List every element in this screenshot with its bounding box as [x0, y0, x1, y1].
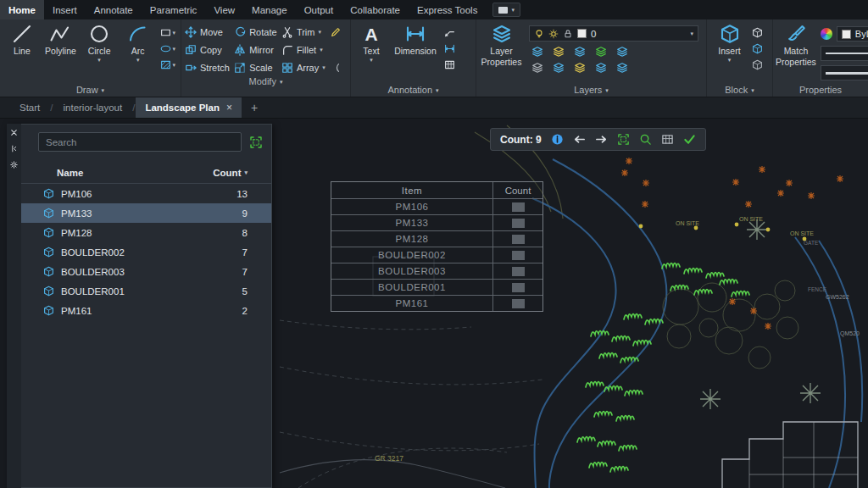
linetype-select[interactable]: [821, 46, 868, 61]
item-name: PM128: [61, 228, 236, 238]
new-tab-button[interactable]: +: [242, 97, 267, 118]
workspace-icon: [498, 7, 508, 14]
object-color-select[interactable]: ByLa: [837, 26, 868, 42]
menu-tab[interactable]: Output: [296, 0, 342, 19]
schedule-count-cell: [493, 215, 542, 230]
text-button[interactable]: A Text ▾: [353, 21, 389, 83]
panel-caption-annotation[interactable]: Annotation▾: [351, 83, 476, 97]
workspace-dropdown[interactable]: ▾: [492, 3, 520, 17]
copy-button[interactable]: Copy: [185, 42, 230, 57]
finish-count-check-icon[interactable]: [683, 133, 696, 146]
schedule-item-name: BOULDER002: [331, 247, 493, 263]
array-button[interactable]: Array▾: [281, 60, 326, 75]
next-arrow-icon[interactable]: [595, 133, 608, 146]
file-tab-landscape-plan[interactable]: Landscape Plan ×: [136, 97, 242, 118]
polyline-button[interactable]: Polyline: [42, 21, 81, 83]
mirror-button[interactable]: Mirror: [234, 42, 277, 57]
search-input[interactable]: [38, 132, 242, 152]
previous-arrow-icon[interactable]: [573, 133, 586, 146]
line-button[interactable]: Line: [3, 21, 42, 83]
close-icon[interactable]: [10, 129, 18, 136]
stretch-button[interactable]: Stretch: [185, 60, 230, 75]
layer-tool-icon[interactable]: [552, 62, 565, 74]
menu-tab[interactable]: Insert: [44, 0, 86, 19]
leader-button[interactable]: [444, 27, 455, 38]
layer-select[interactable]: 0 ▾: [529, 25, 698, 42]
draworder-icon[interactable]: [330, 60, 347, 75]
create-block-button[interactable]: [752, 27, 763, 38]
layer-tool-icon[interactable]: [531, 62, 544, 74]
panel-caption-draw[interactable]: Draw▾: [0, 83, 181, 97]
layer-tool-icon[interactable]: [573, 62, 587, 74]
lineweight-select[interactable]: [821, 65, 868, 80]
match-properties-button[interactable]: Match Properties: [776, 21, 816, 83]
item-count: 13: [236, 189, 248, 199]
table-button[interactable]: [444, 59, 455, 70]
count-list-item[interactable]: PM161 2: [21, 301, 271, 320]
edit-block-button[interactable]: [752, 43, 763, 54]
block-attributes-button[interactable]: [752, 59, 763, 70]
layer-tool-icon[interactable]: [531, 46, 544, 58]
trim-button[interactable]: Trim▾: [281, 25, 326, 39]
file-tab-interior-layout[interactable]: interior-layout: [54, 97, 132, 118]
menu-tab[interactable]: Collaborate: [342, 0, 409, 19]
insert-table-icon[interactable]: [661, 133, 674, 146]
layer-tool-icon[interactable]: [552, 46, 565, 58]
count-list-item[interactable]: PM133 9: [21, 203, 271, 223]
line-label: Line: [14, 46, 31, 56]
layer-tool-icon[interactable]: [615, 62, 629, 74]
menu-tab[interactable]: Annotate: [86, 0, 142, 19]
plant-schedule-table[interactable]: Item Count PM106 PM133 PM128: [331, 181, 543, 312]
menu-tabs: Home Insert Annotate Parametric View Man…: [0, 0, 486, 19]
drawing-area[interactable]: ON SITEON SITEON SITEGATEFENCEGW5262QM52…: [0, 119, 868, 488]
dimension-button[interactable]: Dimension: [389, 21, 442, 83]
gear-icon[interactable]: [10, 161, 18, 169]
rotate-button[interactable]: Rotate: [234, 25, 277, 39]
chevron-down-icon: ▾: [690, 30, 693, 36]
layer-tool-icon[interactable]: [573, 46, 587, 58]
layer-tool-icon[interactable]: [594, 46, 608, 58]
count-list-item[interactable]: BOULDER001 5: [21, 281, 271, 301]
count-column-header[interactable]: Count ▾: [213, 168, 248, 178]
erase-pencil-icon[interactable]: [330, 25, 347, 39]
count-field-box: [512, 219, 525, 228]
rectangle-tool-button[interactable]: ▾: [160, 27, 176, 38]
panel-caption-block[interactable]: Block▾: [707, 83, 772, 97]
count-list-item[interactable]: BOULDER002 7: [21, 242, 271, 262]
chevron-down-icon: ▾: [728, 57, 732, 63]
ellipse-tool-button[interactable]: ▾: [160, 43, 176, 54]
info-icon[interactable]: [551, 133, 564, 146]
menu-tab-label: View: [214, 5, 235, 15]
arc-button[interactable]: Arc ▾: [119, 21, 158, 83]
dimension-style-button[interactable]: [444, 43, 455, 54]
item-count: 9: [242, 208, 248, 219]
name-column-header[interactable]: Name: [57, 168, 213, 178]
scale-button[interactable]: Scale: [234, 60, 277, 75]
count-list-item[interactable]: BOULDER003 7: [21, 262, 271, 281]
move-button[interactable]: Move: [185, 25, 230, 39]
layer-properties-button[interactable]: Layer Properties: [479, 21, 524, 83]
hatch-tool-button[interactable]: ▾: [160, 59, 176, 70]
menu-tab[interactable]: Parametric: [142, 0, 206, 19]
file-tab-start[interactable]: Start: [10, 97, 49, 118]
menu-tab[interactable]: Home: [0, 0, 44, 19]
layer-tool-icon[interactable]: [594, 62, 608, 74]
count-list-item[interactable]: PM128 8: [21, 223, 271, 242]
select-objects-button[interactable]: [249, 136, 263, 149]
menu-tab[interactable]: View: [205, 0, 243, 19]
panel-caption-modify[interactable]: Modify▾: [181, 75, 350, 88]
count-list-item[interactable]: PM106 13: [21, 184, 271, 203]
menu-tab[interactable]: Manage: [243, 0, 296, 19]
menu-tab[interactable]: Express Tools: [409, 0, 486, 19]
close-tab-icon[interactable]: ×: [226, 102, 232, 114]
circle-button[interactable]: Circle ▾: [80, 21, 119, 83]
fillet-button[interactable]: Fillet▾: [281, 42, 326, 57]
zoom-icon[interactable]: [639, 133, 652, 146]
insert-button[interactable]: Insert ▾: [709, 21, 749, 83]
auto-hide-icon[interactable]: [10, 145, 18, 152]
layer-tool-icon[interactable]: [615, 46, 629, 58]
panel-caption-properties[interactable]: Properties: [773, 83, 868, 97]
zoom-to-selection-icon[interactable]: [617, 133, 630, 146]
schedule-row: BOULDER001: [331, 279, 542, 295]
panel-caption-layers[interactable]: Layers▾: [476, 83, 706, 97]
